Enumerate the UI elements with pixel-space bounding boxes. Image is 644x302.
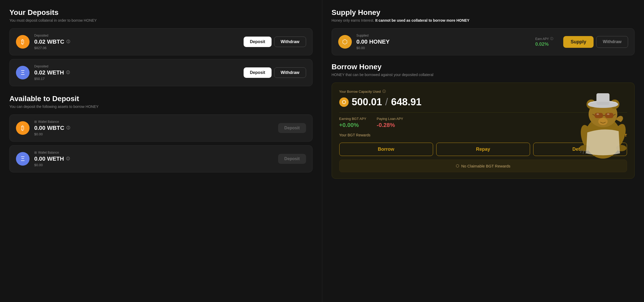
wbtc-available-card: ₿ ⊞ Wallet Balance 0.00 WBTC ⓘ $0.00 Dep… bbox=[9, 114, 313, 142]
supply-title: Supply Honey bbox=[332, 8, 635, 17]
supply-card-info: Supplied 0.00 HONEY $0.00 bbox=[356, 34, 531, 50]
repay-button[interactable]: Repay bbox=[436, 143, 530, 156]
earn-apy-label: Earn APY ⓘ bbox=[535, 37, 553, 41]
available-section: Available to Deposit You can deposit the… bbox=[9, 95, 313, 172]
earn-apy-info-icon[interactable]: ⓘ bbox=[550, 37, 553, 41]
paying-loan-label: Paying Loan APY bbox=[377, 117, 403, 121]
wbtc-available-usd: $0.00 bbox=[34, 132, 273, 136]
svg-point-24 bbox=[607, 113, 610, 115]
wallet-icon: ⊞ bbox=[34, 120, 37, 124]
borrow-card: Your Borrow Capacity Used ⓘ ⬡ 500.01 / 6… bbox=[332, 83, 635, 179]
capacity-separator: / bbox=[385, 96, 388, 108]
weth-available-info: ⊞ Wallet Balance 0.00 WETH ⓘ $0.00 bbox=[34, 151, 273, 167]
borrow-stats: Earning BGT APY +0.00% Paying Loan APY -… bbox=[339, 117, 627, 129]
bgt-rewards-value: 🟡 0 BGT bbox=[609, 133, 627, 137]
earning-bgt-stat: Earning BGT APY +0.00% bbox=[339, 117, 366, 129]
weth-available-actions: Deposit bbox=[278, 154, 306, 164]
wbtc-avail-info-icon[interactable]: ⓘ bbox=[66, 126, 70, 130]
no-rewards-icon: ⬡ bbox=[456, 164, 459, 168]
borrow-actions: Borrow Repay Details bbox=[339, 143, 627, 156]
deposits-subtitle: You must deposit collateral in order to … bbox=[9, 18, 313, 22]
weth-withdraw-button[interactable]: Withdraw bbox=[274, 67, 306, 78]
weth-deposit-usd: $50.17 bbox=[34, 77, 239, 81]
wbtc-deposit-actions: Deposit Withdraw bbox=[244, 37, 306, 47]
wbtc-available-amount: 0.00 WBTC ⓘ bbox=[34, 125, 273, 131]
bgt-rewards: Your BGT Rewards 🟡 0 BGT bbox=[339, 133, 627, 137]
weth-info-icon[interactable]: ⓘ bbox=[66, 70, 70, 75]
honey-supply-icon: ⬡ bbox=[338, 35, 352, 49]
wbtc-available-deposit-button[interactable]: Deposit bbox=[278, 123, 306, 133]
weth-deposit-label: Deposited bbox=[34, 65, 239, 68]
weth-available-label: ⊞ Wallet Balance bbox=[34, 151, 273, 154]
supply-actions: Supply Withdraw bbox=[563, 36, 628, 48]
paying-loan-value: -0.28% bbox=[377, 122, 403, 129]
supply-withdraw-button[interactable]: Withdraw bbox=[596, 36, 628, 48]
wbtc-available-info: ⊞ Wallet Balance 0.00 WBTC ⓘ $0.00 bbox=[34, 120, 273, 136]
honey-capacity-icon: ⬡ bbox=[339, 97, 349, 107]
btc-icon: ₿ bbox=[16, 35, 30, 49]
supply-subtitle: Honey only earns Interest. It cannot be … bbox=[332, 18, 635, 22]
eth-icon: Ξ bbox=[16, 66, 30, 79]
divider bbox=[339, 112, 627, 113]
right-panel: Supply Honey Honey only earns Interest. … bbox=[322, 0, 644, 302]
capacity-used: 500.01 bbox=[352, 96, 382, 108]
borrow-capacity-label: Your Borrow Capacity Used ⓘ bbox=[339, 89, 627, 94]
wbtc-available-label: ⊞ Wallet Balance bbox=[34, 120, 273, 124]
borrow-subtitle: HONEY that can be borrowed against your … bbox=[332, 73, 635, 77]
wbtc-deposit-label: Deposited bbox=[34, 34, 239, 37]
svg-point-23 bbox=[596, 113, 599, 115]
capacity-info-icon[interactable]: ⓘ bbox=[382, 89, 386, 94]
weth-available-usd: $0.00 bbox=[34, 163, 273, 167]
bgt-rewards-label: Your BGT Rewards bbox=[339, 133, 371, 137]
svg-line-13 bbox=[613, 114, 616, 115]
wbtc-deposit-amount: 0.02 WBTC ⓘ bbox=[34, 38, 239, 45]
weth-available-amount: 0.00 WETH ⓘ bbox=[34, 155, 273, 162]
no-rewards-banner: ⬡ No Claimable BGT Rewards bbox=[339, 160, 627, 172]
borrow-title: Borrow Honey bbox=[332, 63, 635, 71]
weth-deposit-info: Deposited 0.02 WETH ⓘ $50.17 bbox=[34, 65, 239, 81]
wbtc-deposit-card: ₿ Deposited 0.02 WBTC ⓘ $827.06 Deposit … bbox=[9, 28, 313, 55]
svg-line-12 bbox=[593, 114, 595, 115]
weth-deposit-actions: Deposit Withdraw bbox=[244, 67, 306, 78]
borrow-button[interactable]: Borrow bbox=[339, 143, 433, 156]
supply-usd: $0.00 bbox=[356, 46, 531, 50]
weth-available-card: Ξ ⊞ Wallet Balance 0.00 WETH ⓘ $0.00 Dep… bbox=[9, 145, 313, 172]
weth-deposit-card: Ξ Deposited 0.02 WETH ⓘ $50.17 Deposit W… bbox=[9, 59, 313, 86]
wbtc-deposit-usd: $827.06 bbox=[34, 46, 239, 50]
wbtc-deposit-info: Deposited 0.02 WBTC ⓘ $827.06 bbox=[34, 34, 239, 50]
weth-deposit-button[interactable]: Deposit bbox=[244, 67, 272, 78]
earn-apy-value: 0.02% bbox=[535, 42, 553, 47]
borrow-capacity-amount: ⬡ 500.01 / 648.91 bbox=[339, 96, 627, 108]
wallet-icon-2: ⊞ bbox=[34, 151, 37, 154]
main-container: Your Deposits You must deposit collatera… bbox=[0, 0, 644, 302]
btc-available-icon: ₿ bbox=[16, 121, 30, 135]
supply-button[interactable]: Supply bbox=[563, 36, 594, 48]
deposits-title: Your Deposits bbox=[9, 8, 313, 17]
weth-available-deposit-button[interactable]: Deposit bbox=[278, 154, 306, 164]
capacity-total: 648.91 bbox=[391, 96, 421, 108]
earning-bgt-label: Earning BGT APY bbox=[339, 117, 366, 121]
available-subtitle: You can deposit the following assets to … bbox=[9, 104, 313, 109]
weth-deposit-amount: 0.02 WETH ⓘ bbox=[34, 69, 239, 76]
supply-amount: 0.00 HONEY bbox=[356, 38, 531, 45]
wbtc-deposit-button[interactable]: Deposit bbox=[244, 37, 272, 47]
left-panel: Your Deposits You must deposit collatera… bbox=[0, 0, 322, 302]
eth-available-icon: Ξ bbox=[16, 152, 30, 166]
wbtc-withdraw-button[interactable]: Withdraw bbox=[274, 37, 306, 47]
wbtc-info-icon[interactable]: ⓘ bbox=[66, 39, 70, 44]
earning-bgt-value: +0.00% bbox=[339, 122, 366, 129]
details-button[interactable]: Details bbox=[533, 143, 627, 156]
supply-label: Supplied bbox=[356, 34, 531, 37]
wbtc-available-actions: Deposit bbox=[278, 123, 306, 133]
bgt-icon: 🟡 bbox=[609, 133, 614, 137]
supply-apy: Earn APY ⓘ 0.02% bbox=[535, 37, 553, 47]
no-rewards-text: No Claimable BGT Rewards bbox=[461, 164, 510, 168]
paying-loan-stat: Paying Loan APY -0.28% bbox=[377, 117, 403, 129]
available-title: Available to Deposit bbox=[9, 95, 313, 103]
weth-avail-info-icon[interactable]: ⓘ bbox=[66, 156, 70, 161]
supply-card: ⬡ Supplied 0.00 HONEY $0.00 Earn APY ⓘ 0… bbox=[332, 28, 635, 55]
